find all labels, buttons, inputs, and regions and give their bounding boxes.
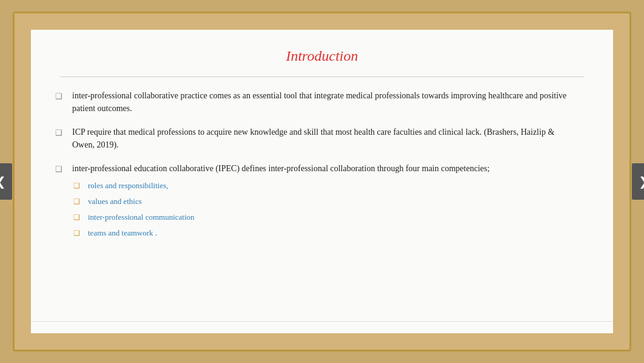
slide-body: ❑ inter-professional collaborative pract… (31, 77, 613, 321)
sub-bullet-item-4: ❑ teams and teamwork . (73, 228, 195, 239)
sub-bullet-text-3: inter-professional communication (88, 212, 195, 223)
sub-bullet-icon-4: ❑ (73, 228, 82, 239)
slide-title: Introduction (31, 48, 613, 64)
bullet-text-1: inter-professional collaborative practic… (72, 89, 577, 115)
sub-bullet-item-3: ❑ inter-professional communication (73, 212, 195, 223)
sub-bullet-icon-1: ❑ (73, 181, 82, 191)
bullet-item-2: ❑ ICP require that medical professions t… (55, 126, 577, 151)
sub-bullet-text-2: values and ethics (88, 196, 142, 207)
bullet-icon-3: ❑ (55, 163, 65, 175)
sub-bullet-icon-2: ❑ (73, 197, 82, 207)
sub-bullet-icon-3: ❑ (73, 212, 82, 223)
sub-bullet-text-1: roles and responsibilities, (88, 180, 169, 191)
nav-right-button[interactable]: ❯ (632, 163, 644, 200)
slide-content: Introduction ❑ inter-professional collab… (31, 30, 613, 333)
slide-header: Introduction (31, 30, 613, 76)
slide-frame: Introduction ❑ inter-professional collab… (13, 12, 631, 351)
sub-bullet-item-2: ❑ values and ethics (73, 196, 195, 207)
nav-left-button[interactable]: ❮ (0, 163, 12, 200)
bullet-item-1: ❑ inter-professional collaborative pract… (55, 89, 577, 115)
sub-bullet-item-1: ❑ roles and responsibilities, (73, 180, 195, 191)
right-arrow-icon: ❯ (639, 174, 645, 189)
sub-bullets: ❑ roles and responsibilities, ❑ values a… (73, 180, 195, 244)
sub-bullet-text-4: teams and teamwork . (88, 228, 157, 239)
bullet-icon-1: ❑ (55, 90, 65, 103)
bullet-text-2: ICP require that medical professions to … (72, 126, 577, 151)
bottom-bar (31, 321, 613, 333)
bullet-icon-2: ❑ (55, 127, 65, 139)
bullet-text-3: inter-professional education collaborati… (72, 162, 489, 175)
left-arrow-icon: ❮ (0, 174, 6, 189)
bullet-item-3: ❑ inter-professional education collabora… (55, 162, 577, 243)
